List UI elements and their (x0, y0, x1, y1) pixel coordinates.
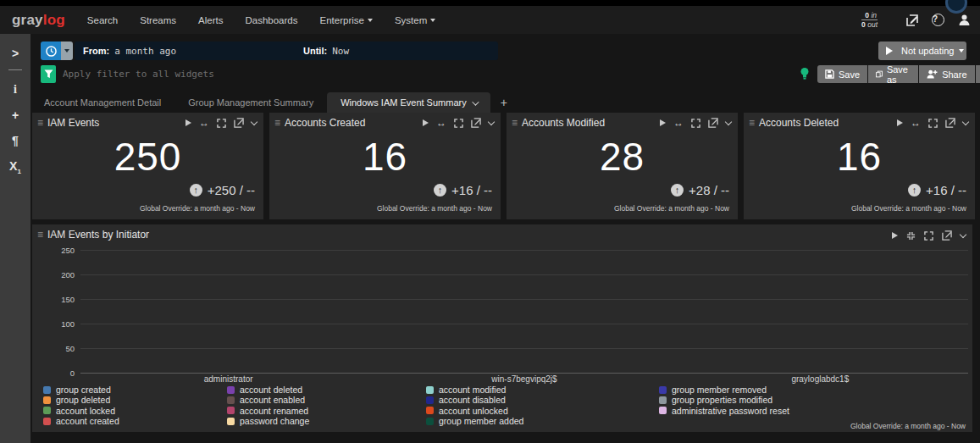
chevron-down-icon[interactable] (961, 235, 966, 237)
drag-handle-icon[interactable]: ≡ (749, 117, 755, 129)
more-actions-button[interactable]: ... (976, 65, 980, 83)
chevron-down-icon[interactable] (963, 122, 968, 125)
expand-icon[interactable] (924, 231, 933, 241)
legend-label: account renamed (240, 406, 308, 416)
legend-item[interactable]: account unlocked (426, 406, 523, 416)
legend-item[interactable]: group member added (426, 416, 523, 426)
chevron-down-icon[interactable] (252, 122, 257, 125)
drag-handle-icon[interactable]: ≡ (37, 117, 43, 129)
y-tick-label: 200 (41, 270, 75, 280)
expand-icon[interactable] (454, 119, 463, 128)
legend-swatch-icon (43, 407, 51, 414)
legend-item[interactable]: group deleted (43, 395, 119, 405)
horizontal-arrows-icon[interactable]: ↔ (673, 119, 684, 127)
legend-item[interactable]: group created (43, 385, 119, 395)
chevron-down-icon[interactable] (726, 122, 731, 125)
legend-item[interactable]: account created (43, 416, 119, 426)
trend-up-icon: ↑ (190, 184, 202, 197)
global-override-label: Global Override: a month ago - Now (377, 204, 492, 213)
legend-swatch-icon (227, 396, 235, 404)
compress-icon[interactable] (906, 231, 916, 241)
play-icon[interactable] (892, 232, 898, 239)
tab-windows-iam-event-summary[interactable]: Windows IAM Event Summary (327, 92, 490, 113)
play-icon[interactable] (897, 119, 903, 126)
refresh-label: Not updating (901, 46, 954, 56)
chevron-down-icon (959, 49, 964, 53)
legend-item[interactable]: group member removed (659, 385, 789, 395)
filter-input[interactable] (63, 65, 656, 83)
gridline (80, 299, 968, 300)
legend-item[interactable]: account locked (43, 406, 119, 416)
chevron-down-icon[interactable] (489, 122, 494, 125)
expand-sidebar-icon[interactable]: > (12, 47, 19, 59)
from-value[interactable]: a month ago (114, 46, 176, 57)
nav-item-alerts[interactable]: Alerts (198, 15, 223, 25)
drag-handle-icon[interactable]: ≡ (274, 117, 280, 129)
expand-icon[interactable] (691, 119, 700, 128)
throughput-indicator[interactable]: 0 in 0 out (861, 11, 878, 29)
legend-swatch-icon (43, 418, 51, 425)
refresh-control-button[interactable]: Not updating (878, 42, 966, 60)
add-widget-icon[interactable]: + (12, 109, 19, 121)
undeclared-fields-icon[interactable]: X1 (9, 160, 21, 178)
until-value[interactable]: Now (332, 46, 349, 57)
nav-item-enterprise[interactable]: Enterprise (320, 15, 373, 25)
play-icon[interactable] (660, 119, 666, 126)
graylog-logo[interactable]: graylog (12, 12, 65, 29)
timerange-button-group (41, 42, 73, 60)
save-as-button[interactable]: Save as (868, 65, 918, 83)
share-label: Share (942, 69, 966, 80)
legend-item[interactable]: account modified (426, 385, 523, 395)
lightbulb-icon[interactable] (800, 67, 811, 82)
drag-handle-icon[interactable]: ≡ (512, 117, 518, 129)
nav-item-search[interactable]: Search (87, 15, 118, 25)
nav-item-dashboards[interactable]: Dashboards (245, 15, 297, 25)
active-tab-label: Windows IAM Event Summary (341, 97, 467, 108)
filter-button[interactable] (41, 65, 56, 83)
save-label: Save (839, 69, 860, 80)
nav-item-system[interactable]: System (395, 15, 435, 25)
edit-icon[interactable] (234, 118, 244, 128)
legend-item[interactable]: account renamed (227, 406, 309, 416)
chevron-down-icon (368, 19, 373, 22)
legend-item[interactable]: group properties modified (659, 395, 789, 405)
drag-handle-icon[interactable]: ≡ (37, 229, 43, 241)
info-icon[interactable]: i (14, 84, 17, 96)
legend-item[interactable]: account enabled (227, 395, 309, 405)
edit-icon[interactable] (945, 118, 955, 128)
nav-item-streams[interactable]: Streams (140, 15, 176, 25)
widget-value: 250 (32, 134, 263, 180)
edit-icon[interactable] (471, 118, 481, 128)
expand-icon[interactable] (928, 119, 938, 128)
legend-item[interactable]: account disabled (426, 395, 523, 405)
tab-account-management-detail[interactable]: Account Management Detail (30, 92, 174, 113)
add-tab-button[interactable]: + (490, 92, 518, 113)
horizontal-arrows-icon[interactable]: ↔ (436, 119, 446, 127)
legend-swatch-icon (659, 386, 667, 394)
horizontal-arrows-icon[interactable]: ↔ (199, 119, 209, 127)
timerange-bar[interactable]: From: a month ago Until: Now (75, 42, 498, 60)
save-button[interactable]: Save (817, 65, 867, 83)
legend-label: group member removed (672, 385, 767, 395)
edit-pencil-icon[interactable] (905, 13, 919, 27)
play-icon[interactable] (185, 119, 191, 126)
play-icon[interactable] (423, 119, 429, 126)
horizontal-arrows-icon[interactable]: ↔ (911, 119, 921, 127)
chart-bars (80, 250, 968, 373)
share-button[interactable]: Share (919, 65, 974, 83)
legend-swatch-icon (426, 396, 434, 404)
user-icon[interactable] (957, 13, 972, 27)
timerange-dropdown-button[interactable] (61, 42, 73, 60)
legend-item[interactable]: account deleted (227, 385, 309, 395)
formatting-icon[interactable]: ¶ (12, 135, 19, 147)
edit-icon[interactable] (942, 230, 952, 241)
edit-icon[interactable] (708, 118, 718, 128)
gridline (80, 324, 968, 324)
legend-item[interactable]: password change (227, 416, 309, 426)
x-axis-labels: administratorwin-s7begvipq2j$grayloglabd… (80, 374, 968, 384)
expand-icon[interactable] (217, 119, 226, 128)
timerange-clock-button[interactable] (41, 42, 61, 60)
help-icon[interactable]: ? (931, 13, 945, 27)
legend-item[interactable]: administrative password reset (659, 406, 789, 416)
tab-group-management-summary[interactable]: Group Management Summary (174, 92, 327, 113)
